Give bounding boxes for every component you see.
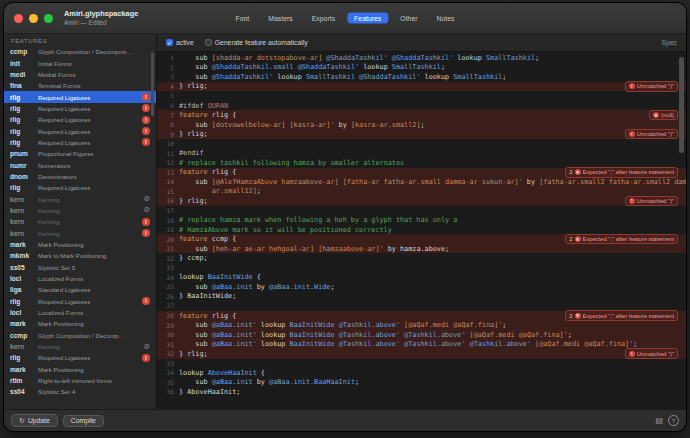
sidebar-item-rlig[interactable]: rligRequired Ligatures! — [4, 296, 156, 307]
code-line: 24lookup BaaInitWide { — [157, 273, 686, 283]
error-count: 2 — [569, 169, 572, 175]
sidebar-item-rlig[interactable]: rligRequired Ligatures — [4, 182, 156, 193]
sidebar-item-rlig[interactable]: rligRequired Ligatures! — [4, 352, 156, 363]
code-text[interactable]: sub [dotvowelbelow-ar] [kasra-ar]' by [k… — [179, 121, 686, 129]
compile-button[interactable]: Compile — [63, 415, 104, 427]
sidebar-item-ss04[interactable]: ss04Stylistic Set 4 — [4, 386, 156, 397]
code-text[interactable]: ar.small12]; — [179, 187, 686, 195]
code-line: 36} AboveHaaInit; — [157, 387, 686, 397]
code-text[interactable]: # replace hamza mark when following a he… — [179, 216, 686, 224]
code-text[interactable]: sub [@AlefHamzaAbove hamzaabove-ar] [fat… — [179, 178, 686, 186]
help-icon[interactable]: ? — [668, 415, 679, 426]
feature-code-editor[interactable]: 1 sub [shadda-ar dotstopabove-ar] @Shadd… — [157, 52, 686, 409]
sidebar-item-rlig[interactable]: rligRequired Ligatures! — [4, 137, 156, 148]
sidebar-item-ss05[interactable]: ss05Stylistic Set 5 — [4, 262, 156, 273]
sidebar-item-kern[interactable]: kernKerning! — [4, 216, 156, 227]
sidebar-scrollbar[interactable] — [151, 48, 155, 407]
sidebar-item-kern[interactable]: kernKerning⊘ — [4, 341, 156, 352]
inline-error-badge: 2✕Expected ";" after feature statement — [565, 234, 678, 245]
code-text[interactable]: #ifdef QURAN — [179, 102, 686, 110]
tab-other[interactable]: Other — [393, 13, 424, 24]
code-text[interactable]: } AboveHaaInit; — [179, 388, 686, 396]
sidebar-item-numr[interactable]: numrNumerators — [4, 159, 156, 170]
feature-description: Mark to Mark Positioning — [38, 252, 150, 259]
tab-notes[interactable]: Notes — [430, 13, 462, 24]
sidebar-item-dnom[interactable]: dnomDenominators — [4, 171, 156, 182]
sidebar-item-fina[interactable]: finaTerminal Forms — [4, 80, 156, 91]
code-text[interactable]: } rlig; — [179, 130, 621, 138]
code-line: 2 sub @ShaddaTashkil.small @ShaddaTashki… — [157, 63, 686, 73]
tab-masters[interactable]: Masters — [261, 13, 300, 24]
feature-description: Initial Forms — [38, 60, 150, 67]
sidebar-item-kern[interactable]: kernKerning⊘ — [4, 205, 156, 216]
sidebar-item-mark[interactable]: markMark Positioning — [4, 364, 156, 375]
code-text[interactable]: } ccmp; — [179, 254, 686, 262]
close-button[interactable] — [14, 14, 23, 23]
code-line: 16} rlig;!Unmatched ")" — [157, 196, 686, 206]
sidebar-item-init[interactable]: initInitial Forms — [4, 57, 156, 68]
code-text[interactable]: sub [heh-ar ae-ar hehgoal-ar] [hamzaabov… — [179, 245, 686, 253]
tab-features[interactable]: Features — [347, 13, 388, 24]
code-text[interactable]: #endif — [179, 149, 686, 157]
features-header: FEATURES — [4, 34, 156, 46]
code-text[interactable]: } rlig; — [179, 82, 621, 90]
code-text[interactable]: sub @aBaa.init by @aBaa.init.BaaHaaInit; — [179, 378, 686, 386]
fullscreen-button[interactable] — [44, 14, 53, 23]
code-text[interactable]: } rlig; — [179, 197, 621, 205]
code-text[interactable]: sub [shadda-ar dotstopabove-ar] @ShaddaT… — [179, 54, 686, 62]
sidebar-item-liga[interactable]: ligaStandard Ligatures — [4, 284, 156, 295]
editor-scrollbar-thumb[interactable] — [679, 57, 684, 153]
code-text[interactable]: feature ccmp { — [179, 235, 561, 243]
feature-description: Required Ligatures — [38, 116, 138, 123]
sidebar-item-ccmp[interactable]: ccmpGlyph Composition / Decomposi… — [4, 46, 156, 57]
sidebar-item-rlig[interactable]: rligRequired Ligatures! — [4, 125, 156, 136]
code-text[interactable]: } BaaInitWide; — [179, 292, 686, 300]
code-text[interactable]: sub @aBaa.init by @aBaa.init.Wide; — [179, 283, 686, 291]
titlebar: Amiri.glyphspackage Amiri — Edited FontM… — [4, 3, 686, 34]
sidebar-item-kern[interactable]: kernKerning! — [4, 228, 156, 239]
code-text[interactable]: } rlig; — [179, 350, 621, 358]
spec-link[interactable]: Spec — [662, 39, 678, 46]
window-controls — [14, 14, 53, 23]
code-text[interactable]: feature rlig { — [179, 312, 561, 320]
code-text[interactable]: sub @ShaddaTashkil.small @ShaddaTashkil'… — [179, 63, 686, 71]
code-text[interactable]: feature rlig { — [179, 168, 561, 176]
code-line: 13feature rlig {2✕Expected ";" after fea… — [157, 168, 686, 178]
sidebar-item-mark[interactable]: markMark Positioning — [4, 318, 156, 329]
code-text[interactable]: # HamzaAbove mark so it will be position… — [179, 226, 686, 234]
active-checkbox[interactable] — [166, 39, 173, 46]
sidebar-item-rlig[interactable]: rligRequired Ligatures! — [4, 103, 156, 114]
active-toggle[interactable]: active — [166, 39, 194, 46]
minimize-button[interactable] — [29, 14, 38, 23]
sidebar-item-kern[interactable]: kernKerning⊘ — [4, 193, 156, 204]
sidebar-scrollbar-thumb[interactable] — [151, 52, 154, 116]
sidebar-item-ccmp[interactable]: ccmpGlyph Composition / Decomp… — [4, 330, 156, 341]
code-text[interactable]: lookup AboveHaaInit { — [179, 369, 686, 377]
code-text[interactable]: feature rlig { — [179, 111, 645, 119]
sidebar-item-rlig[interactable]: rligRequired Ligatures! — [4, 91, 156, 102]
panel-toggle-icon[interactable]: ▤ — [655, 416, 663, 425]
line-number: 14 — [157, 178, 179, 185]
code-text[interactable]: # replace tashkil following hamza by sma… — [179, 159, 686, 167]
code-text[interactable]: sub @aBaa.init' lookup BaaInitWide @Tash… — [179, 340, 686, 348]
sidebar-item-rtlm[interactable]: rtlmRight-to-left mirrored forms — [4, 375, 156, 386]
code-text[interactable]: sub @aBaa.init' lookup BaaInitWide @Tash… — [179, 321, 686, 329]
code-text[interactable]: lookup BaaInitWide { — [179, 273, 686, 281]
feature-tag: medi — [10, 71, 34, 78]
sidebar-item-mark[interactable]: markMark Positioning — [4, 239, 156, 250]
code-text[interactable]: sub @aBaa.init' lookup BaaInitWide @Tash… — [179, 331, 686, 339]
sidebar-item-locl[interactable]: loclLocalized Forms — [4, 273, 156, 284]
tab-exports[interactable]: Exports — [305, 13, 342, 24]
sidebar-item-medi[interactable]: mediMedial Forms — [4, 69, 156, 80]
tab-font[interactable]: Font — [228, 13, 256, 24]
sidebar-item-rlig[interactable]: rligRequired Ligatures! — [4, 114, 156, 125]
generate-checkbox[interactable] — [205, 39, 212, 46]
update-button[interactable]: ↻ Update — [11, 414, 58, 427]
sidebar-item-pnum[interactable]: pnumProportional Figures — [4, 148, 156, 159]
feature-tag: rlig — [10, 128, 34, 135]
code-text[interactable]: sub @ShaddaTashkil' lookup SmallTashkil … — [179, 73, 686, 81]
sidebar-item-locl[interactable]: loclLocalized Forms — [4, 307, 156, 318]
editor-scrollbar[interactable] — [679, 52, 685, 407]
generate-toggle[interactable]: Generate feature automatically — [205, 39, 308, 46]
sidebar-item-mkmk[interactable]: mkmkMark to Mark Positioning — [4, 250, 156, 261]
